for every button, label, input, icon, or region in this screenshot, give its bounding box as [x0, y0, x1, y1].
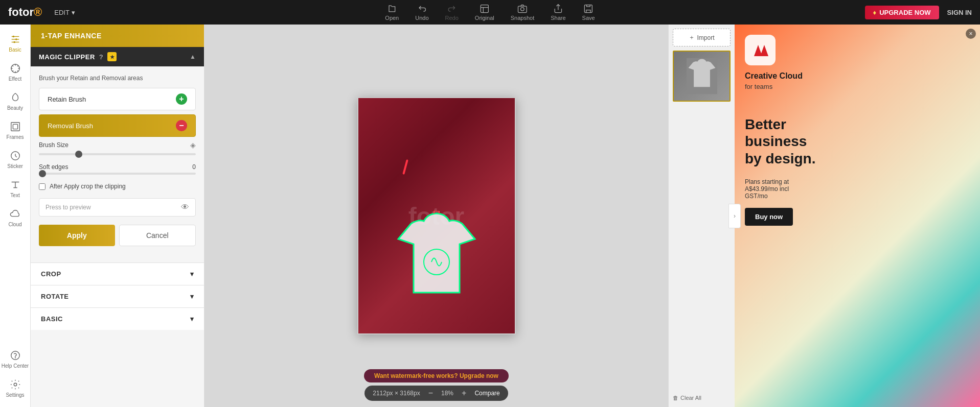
chevron-down-icon-2: ▾ — [190, 293, 194, 300]
panel-collapse-button[interactable]: › — [728, 204, 741, 228]
svg-rect-0 — [481, 5, 488, 13]
eraser-icon: ◈ — [190, 141, 196, 149]
basic-section: BASIC ▾ — [31, 307, 204, 330]
tshirt-svg — [393, 211, 480, 313]
svg-rect-12 — [13, 124, 17, 129]
sidebar-label-frames: Frames — [7, 134, 24, 140]
ad-panel: × Creative Cloud for teams Better busine… — [735, 25, 980, 407]
svg-rect-3 — [585, 5, 592, 13]
brush-size-slider[interactable] — [39, 153, 196, 155]
sidebar-item-sticker[interactable]: Sticker — [0, 145, 30, 174]
zoom-level: 18% — [441, 390, 453, 397]
apply-button[interactable]: Apply — [39, 225, 115, 246]
canvas-area: fotor Want watermark-free works? Upgr — [204, 25, 668, 407]
sidebar-item-help[interactable]: Help Center — [0, 345, 30, 374]
rotate-section: ROTATE ▾ — [31, 285, 204, 307]
help-icon[interactable]: ? — [99, 53, 103, 61]
zoom-out-button[interactable]: − — [426, 389, 435, 398]
rotate-header[interactable]: ROTATE ▾ — [31, 285, 204, 307]
soft-edges-slider[interactable] — [39, 173, 196, 175]
svg-point-2 — [521, 8, 525, 11]
import-button[interactable]: ＋ Import — [673, 29, 731, 46]
retain-brush-button[interactable]: Retain Brush + — [39, 88, 196, 110]
thumbnail[interactable] — [673, 51, 731, 102]
chevron-down-icon-3: ▾ — [190, 315, 194, 323]
brush-size-slider-container — [39, 153, 196, 155]
tool-panel: 1-TAP ENHANCE MAGIC CLIPPER ? ★ ▲ Brush … — [31, 25, 204, 407]
sidebar-item-effect[interactable]: Effect — [0, 58, 30, 87]
sidebar-item-basic[interactable]: Basic — [0, 29, 30, 58]
svg-rect-11 — [11, 123, 19, 131]
toolbar-share[interactable]: Share — [551, 4, 565, 21]
signin-button[interactable]: SIGN IN — [947, 9, 972, 16]
toolbar-snapshot[interactable]: Snapshot — [511, 4, 534, 21]
sidebar-label-basic: Basic — [9, 47, 21, 53]
toolbar-open[interactable]: Open — [385, 4, 399, 21]
toolbar-save[interactable]: Save — [582, 4, 595, 21]
clear-all-button[interactable]: 🗑 Clear All — [673, 395, 731, 401]
magic-clipper-panel: Brush your Retain and Removal areas Reta… — [31, 66, 204, 262]
one-tap-enhance-button[interactable]: 1-TAP ENHANCE — [31, 25, 204, 47]
toolbar-original[interactable]: Original — [475, 4, 494, 21]
chevron-up-icon: ▲ — [190, 53, 196, 60]
preview-text: Press to preview — [45, 204, 91, 211]
sidebar-label-help: Help Center — [2, 363, 29, 369]
sidebar-item-cloud[interactable]: Cloud — [0, 203, 30, 232]
panel-subtitle: Brush your Retain and Removal areas — [39, 75, 196, 82]
sidebar-item-beauty[interactable]: Beauty — [0, 87, 30, 116]
cancel-button[interactable]: Cancel — [119, 225, 196, 246]
sidebar-item-text[interactable]: Text — [0, 174, 30, 203]
toolbar-undo[interactable]: Undo — [415, 4, 428, 21]
toolbar-redo[interactable]: Redo — [445, 4, 459, 21]
top-bar: fotor® EDIT ▾ Open Undo Redo Original Sn… — [0, 0, 980, 25]
action-row: Apply Cancel — [39, 225, 196, 246]
ad-product-subtitle: for teams — [745, 83, 970, 90]
crop-checkbox[interactable] — [39, 183, 45, 190]
image-canvas: fotor — [357, 97, 516, 334]
chevron-down-icon: ▾ — [190, 270, 194, 278]
svg-point-16 — [14, 383, 17, 386]
ad-heading: Better business by design. — [745, 99, 970, 167]
sidebar-item-frames[interactable]: Frames — [0, 116, 30, 145]
toolbar-right: UPGRADE NOW SIGN IN — [865, 6, 972, 19]
ad-product-title: Creative Cloud — [745, 71, 970, 81]
upgrade-banner[interactable]: Want watermark-free works? Upgrade now — [364, 369, 509, 382]
sidebar-item-settings[interactable]: Settings — [0, 374, 30, 403]
svg-point-15 — [15, 357, 15, 358]
brush-size-row: Brush Size ◈ — [39, 141, 196, 149]
svg-point-9 — [13, 41, 15, 43]
zoom-in-button[interactable]: + — [460, 389, 468, 398]
sidebar-label-effect: Effect — [9, 76, 21, 82]
thumbnail-image — [674, 52, 730, 101]
sidebar-label-sticker: Sticker — [7, 163, 23, 169]
basic-header[interactable]: BASIC ▾ — [31, 308, 204, 330]
edit-button[interactable]: EDIT ▾ — [54, 9, 75, 16]
main-layout: Basic Effect Beauty Frames Sticker Text … — [0, 25, 980, 407]
ad-cta-button[interactable]: Buy now — [745, 208, 793, 226]
trash-icon: 🗑 — [673, 395, 678, 401]
magic-clipper-title-text: MAGIC CLIPPER — [39, 53, 95, 61]
upgrade-button[interactable]: UPGRADE NOW — [865, 6, 939, 19]
brush-stroke — [402, 159, 408, 175]
zoom-bar: 2112px × 3168px − 18% + Compare — [364, 386, 508, 401]
compare-button[interactable]: Compare — [474, 390, 499, 397]
ad-close-button[interactable]: × — [966, 29, 976, 39]
removal-brush-button[interactable]: Removal Brush − — [39, 114, 196, 137]
crop-checkbox-label: After Apply crop the clipping — [50, 183, 126, 190]
sidebar-label-beauty: Beauty — [7, 105, 23, 111]
ad-content: Creative Cloud for teams Better business… — [735, 25, 980, 236]
soft-edges-slider-container — [39, 173, 196, 175]
crop-section: CROP ▾ — [31, 262, 204, 285]
svg-point-14 — [11, 351, 19, 360]
crop-header[interactable]: CROP ▾ — [31, 263, 204, 285]
svg-point-8 — [15, 38, 17, 40]
retain-plus-icon: + — [176, 93, 187, 105]
eye-icon: 👁 — [181, 203, 189, 212]
tshirt-container — [393, 211, 480, 313]
crop-checkbox-row: After Apply crop the clipping — [39, 183, 196, 190]
magic-clipper-header[interactable]: MAGIC CLIPPER ? ★ ▲ — [31, 47, 204, 66]
preview-row[interactable]: Press to preview 👁 — [39, 198, 196, 217]
sidebar-label-settings: Settings — [6, 392, 24, 398]
svg-point-7 — [12, 36, 14, 38]
canvas-bottom-bar: Want watermark-free works? Upgrade now 2… — [204, 369, 668, 407]
